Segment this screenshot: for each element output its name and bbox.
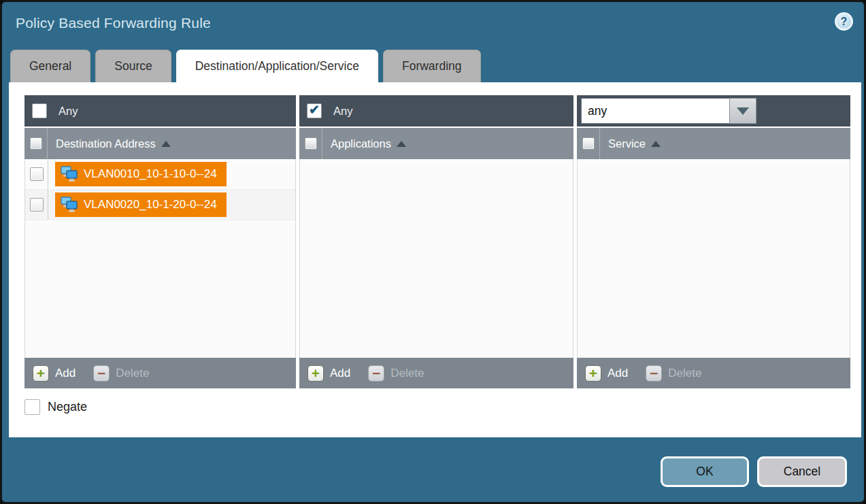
address-object-name: VLAN0010_10-1-10-0--24 bbox=[84, 167, 217, 181]
destination-any-bar: Any bbox=[24, 95, 296, 127]
network-address-icon bbox=[61, 166, 78, 182]
sort-asc-icon bbox=[651, 141, 661, 147]
negate-label: Negate bbox=[48, 400, 87, 414]
address-object-chip[interactable]: VLAN0020_10-1-20-0--24 bbox=[55, 192, 227, 217]
help-icon[interactable]: ? bbox=[835, 12, 853, 31]
destination-address-list: VLAN0010_10-1-10-0--24 bbox=[24, 159, 296, 358]
delete-service-button: − Delete bbox=[646, 365, 701, 382]
chevron-down-icon bbox=[737, 107, 749, 115]
tab-content-panel: Any Destination Address bbox=[9, 82, 861, 437]
applications-select-all-checkbox[interactable] bbox=[305, 137, 317, 150]
plus-icon: + bbox=[307, 365, 324, 382]
minus-icon: − bbox=[368, 365, 384, 382]
destination-any-checkbox[interactable] bbox=[32, 103, 47, 118]
service-column: Service + Add − Delete bbox=[577, 95, 850, 388]
negate-option: Negate bbox=[24, 399, 87, 415]
sort-asc-icon bbox=[161, 141, 171, 147]
list-item[interactable]: VLAN0020_10-1-20-0--24 bbox=[25, 190, 295, 220]
service-header-row: Service bbox=[577, 128, 850, 159]
service-type-bar bbox=[577, 95, 850, 127]
delete-application-button: − Delete bbox=[368, 365, 424, 382]
minus-icon: − bbox=[93, 365, 110, 382]
applications-list bbox=[299, 159, 573, 358]
tab-source[interactable]: Source bbox=[95, 50, 171, 82]
applications-column-header[interactable]: Applications bbox=[331, 137, 406, 150]
network-address-icon bbox=[61, 197, 78, 213]
cancel-button[interactable]: Cancel bbox=[757, 456, 847, 487]
ok-button[interactable]: OK bbox=[661, 456, 749, 487]
applications-column: Any Applications + Add − Delete bbox=[299, 95, 573, 388]
add-destination-button[interactable]: + Add bbox=[33, 365, 76, 382]
plus-icon: + bbox=[585, 365, 601, 382]
row-checkbox[interactable] bbox=[30, 198, 44, 212]
tab-bar: General Source Destination/Application/S… bbox=[10, 50, 481, 82]
address-object-name: VLAN0020_10-1-20-0--24 bbox=[84, 198, 217, 212]
tab-general[interactable]: General bbox=[10, 50, 90, 82]
destination-address-column-header[interactable]: Destination Address bbox=[56, 137, 171, 150]
applications-any-checkbox[interactable] bbox=[307, 103, 322, 118]
destination-select-all-checkbox[interactable] bbox=[30, 137, 42, 150]
row-checkbox[interactable] bbox=[30, 167, 44, 181]
service-list bbox=[577, 159, 850, 358]
address-object-chip[interactable]: VLAN0010_10-1-10-0--24 bbox=[55, 162, 227, 186]
destination-actions-bar: + Add − Delete bbox=[24, 358, 296, 388]
minus-icon: − bbox=[646, 365, 662, 382]
add-application-button[interactable]: + Add bbox=[307, 365, 350, 382]
negate-checkbox[interactable] bbox=[24, 399, 40, 415]
dialog-title: Policy Based Forwarding Rule bbox=[16, 15, 211, 31]
service-type-dropdown[interactable] bbox=[581, 98, 756, 124]
service-actions-bar: + Add − Delete bbox=[577, 358, 850, 388]
list-item[interactable]: VLAN0010_10-1-10-0--24 bbox=[25, 159, 295, 190]
applications-actions-bar: + Add − Delete bbox=[299, 358, 573, 388]
applications-any-bar: Any bbox=[299, 95, 573, 127]
plus-icon: + bbox=[33, 365, 49, 382]
delete-destination-button: − Delete bbox=[93, 365, 149, 382]
sort-asc-icon bbox=[397, 141, 406, 147]
add-service-button[interactable]: + Add bbox=[585, 365, 628, 382]
applications-header-row: Applications bbox=[299, 128, 573, 159]
dropdown-button[interactable] bbox=[729, 98, 756, 124]
applications-any-label: Any bbox=[333, 105, 352, 118]
service-column-header[interactable]: Service bbox=[608, 137, 661, 150]
destination-address-header-row: Destination Address bbox=[24, 128, 296, 159]
tab-destination-application-service[interactable]: Destination/Application/Service bbox=[176, 50, 378, 82]
destination-address-column: Any Destination Address bbox=[24, 95, 296, 388]
service-select-all-checkbox[interactable] bbox=[582, 137, 595, 150]
destination-any-label: Any bbox=[59, 105, 78, 118]
policy-based-forwarding-dialog: Policy Based Forwarding Rule ? General S… bbox=[0, 0, 866, 504]
service-type-value[interactable] bbox=[581, 98, 729, 124]
tab-forwarding[interactable]: Forwarding bbox=[383, 50, 481, 82]
